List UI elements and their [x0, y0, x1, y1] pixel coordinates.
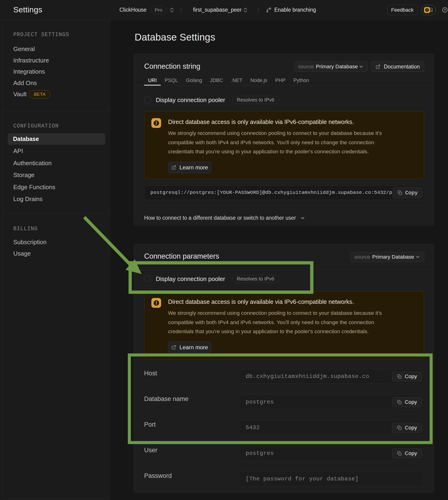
svg-text:?: ?: [444, 8, 446, 12]
